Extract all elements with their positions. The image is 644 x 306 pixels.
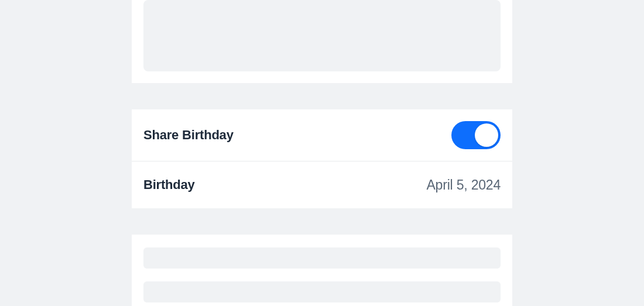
- toggle-knob: [475, 123, 498, 147]
- birthday-section: Share Birthday Birthday April 5, 2024: [132, 109, 512, 208]
- birthday-value: April 5, 2024: [426, 177, 501, 193]
- share-birthday-label: Share Birthday: [143, 128, 234, 143]
- section-spacer: [132, 83, 512, 109]
- bottom-placeholder-section: [132, 235, 512, 306]
- placeholder-line: [143, 247, 501, 269]
- section-spacer: [132, 208, 512, 235]
- top-placeholder-section: [132, 0, 512, 83]
- placeholder-line: [143, 281, 501, 302]
- share-birthday-row: Share Birthday: [132, 109, 512, 161]
- placeholder-block: [143, 0, 501, 71]
- share-birthday-toggle[interactable]: [451, 121, 501, 149]
- birthday-row[interactable]: Birthday April 5, 2024: [132, 161, 512, 208]
- birthday-label: Birthday: [143, 177, 195, 192]
- settings-panel: Share Birthday Birthday April 5, 2024: [132, 0, 512, 306]
